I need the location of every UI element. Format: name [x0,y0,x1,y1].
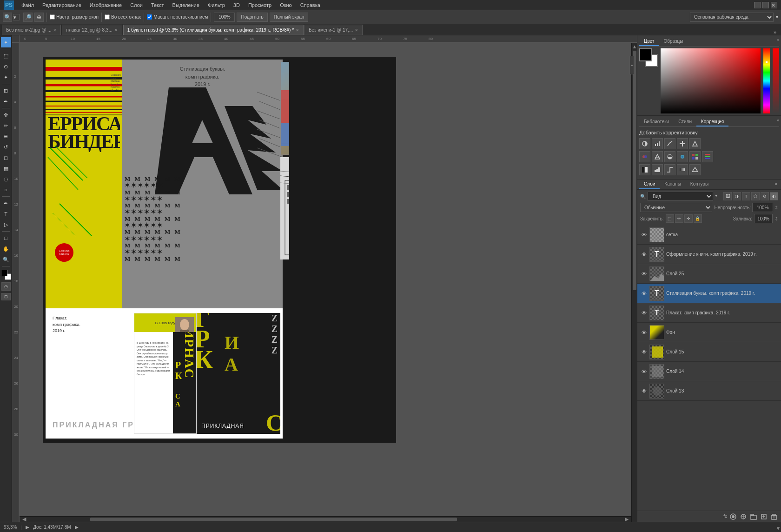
invert-btn[interactable] [639,164,650,175]
filter-smart-icon[interactable]: ⚙ [761,192,769,200]
horizontal-scrollbar[interactable]: ◀ ▶ [20,516,631,522]
lasso-tool[interactable]: ⊙ [1,61,11,72]
menu-edit[interactable]: Редактирование [39,1,85,9]
eyedropper-tool[interactable]: ✒ [1,96,11,106]
zoom-in-btn[interactable]: ⊕ [34,13,44,22]
scrubby-zoom-check[interactable]: Масшт. перетаскиванием [147,14,208,20]
layer-item-setka[interactable]: 👁 сетка [637,225,781,245]
filter-adjust-icon[interactable]: ◑ [733,192,741,200]
zoom-out-btn[interactable]: 🔎 [23,13,33,22]
path-select-tool[interactable]: ▷ [1,219,11,230]
eraser-tool[interactable]: ◻ [1,153,11,163]
layer-item-stilizatsia[interactable]: 👁 T Стилизация буквы. комп графика. 2019… [637,284,781,303]
workspace-dropdown-arrow[interactable]: ▾ [776,14,778,20]
paths-tab[interactable]: Контуры [686,180,713,189]
layer-item-plakat[interactable]: 👁 T Плакат. комп графика. 2019 г. [637,303,781,323]
filter-toggle-icon[interactable]: ◐ [770,192,778,200]
color-balance-btn[interactable] [652,151,663,162]
quick-mask-icon[interactable]: ◷ [1,282,11,291]
layer-item-sloy13[interactable]: 👁 Слой 13 [637,381,781,401]
tab-buklet[interactable]: 1 буклеттт.psd @ 93,3% (Стилизация буквы… [123,25,304,35]
fullscreen-button[interactable]: Полный экран [270,13,309,22]
close-button[interactable]: ✕ [771,2,777,8]
menu-help[interactable]: Справка [297,1,324,9]
channels-tab[interactable]: Каналы [660,180,686,189]
layer-eye-sloy13[interactable]: 👁 [640,387,648,395]
exposure-btn[interactable] [677,138,688,149]
fit-button[interactable]: Подогнать [237,13,267,22]
menu-3d[interactable]: 3D [230,1,244,9]
quick-mask-btn[interactable]: ◷ [1,282,11,291]
layer-eye-oformlenie[interactable]: 👁 [640,251,648,258]
color-panel-arrow[interactable]: » [776,37,779,46]
levels-btn[interactable] [652,138,663,149]
heal-tool[interactable]: ✜ [1,110,11,120]
layers-tab[interactable]: Слои [639,180,660,189]
screen-mode-icon[interactable]: ⊡ [1,293,11,300]
new-layer-btn[interactable] [760,512,768,521]
color-tab[interactable]: Цвет [639,37,659,46]
layers-panel-options-arrow[interactable]: » [773,180,779,189]
layer-eye-fon[interactable]: 👁 [640,329,648,336]
tabs-overflow-button[interactable]: » [771,29,779,35]
channel-mixer-btn[interactable] [689,151,701,162]
filter-text-icon[interactable]: T [742,192,750,200]
zoom-tool[interactable]: 🔍 [1,254,11,265]
libraries-tab[interactable]: Библиотеки [639,118,674,126]
tab-close-plakat22[interactable]: ✕ [114,28,118,33]
tab-close-buklet[interactable]: ✕ [296,28,299,33]
filter-pixel-icon[interactable]: 🖼 [723,192,732,200]
lock-all-btn[interactable]: 🔒 [694,214,702,223]
tool-selector[interactable]: 🔍 ▾ [3,13,20,22]
tab-close-unnamed2[interactable]: ✕ [53,28,57,33]
filter-shape-icon[interactable]: ⬡ [751,192,760,200]
lock-pixel-btn[interactable]: ⬚ [666,214,674,223]
all-windows-check[interactable]: Во всех окнах [105,14,141,20]
tool-dropdown-arrow[interactable]: ▾ [13,14,20,20]
menu-layers[interactable]: Слои [126,1,146,9]
menu-image[interactable]: Изображение [86,1,126,9]
tab-unnamed2[interactable]: Без имени-2.jpg @ ... ✕ [2,25,61,35]
menu-filter[interactable]: Фильтр [204,1,229,9]
layer-eye-setka[interactable]: 👁 [640,231,648,239]
blur-tool[interactable]: ◌ [1,174,11,184]
scrubby-zoom-checkbox[interactable] [147,14,152,20]
color-lookup-btn[interactable] [702,151,713,162]
layers-kind-filter[interactable]: Вид [648,192,713,201]
menu-text[interactable]: Текст [147,1,168,9]
correction-tab[interactable]: Коррекция [696,118,728,126]
vertical-scrollbar[interactable]: ▲ ▼ [631,43,637,522]
zoom-tool-icon[interactable]: 🔍 [3,13,12,22]
menu-select[interactable]: Выделение [169,1,203,9]
tab-plakat22[interactable]: плакат 22.jpg @ 8,3... ✕ [62,25,122,35]
fx-button[interactable]: fx [723,514,727,519]
blend-mode-select[interactable]: Обычные [640,203,712,212]
opacity-input[interactable] [752,203,773,212]
maximize-button[interactable] [762,2,769,8]
hue-saturation-btn[interactable] [639,151,650,162]
fill-arrows[interactable]: ⇕ [774,216,778,221]
menu-window[interactable]: Окно [276,1,296,9]
tab-unnamed1[interactable]: Без имени-1 @ 17,... ✕ [304,25,363,35]
layer-item-oformlenie[interactable]: 👁 T Оформление книги. комп графика. 2019… [637,245,781,264]
dodge-tool[interactable]: ○ [1,185,11,195]
doc-size-arrow[interactable]: ▶ [75,525,79,530]
minimize-button[interactable] [754,2,761,8]
all-windows-checkbox[interactable] [105,14,110,20]
marquee-tool[interactable]: ⬚ [1,51,11,61]
layer-eye-sloy25[interactable]: 👁 [640,270,648,278]
color-hue-bar[interactable] [763,48,770,113]
screen-mode-btn[interactable]: ⊡ [1,293,11,300]
text-tool[interactable]: T [1,209,11,219]
adjustment-layer-btn[interactable] [739,512,748,521]
workspace-selector[interactable]: Основная рабочая среда [690,13,774,22]
threshold-btn[interactable] [664,164,675,175]
layer-eye-sloy14[interactable]: 👁 [640,368,648,375]
color-alpha-bar[interactable] [773,48,779,113]
curves-btn[interactable] [664,138,675,149]
delete-layer-btn[interactable] [770,512,778,521]
layer-item-sloy14[interactable]: 👁 Слой 14 [637,362,781,381]
add-mask-btn[interactable] [729,512,737,521]
fill-input[interactable] [754,214,773,223]
scroll-left-btn[interactable]: ◀ [20,517,29,522]
